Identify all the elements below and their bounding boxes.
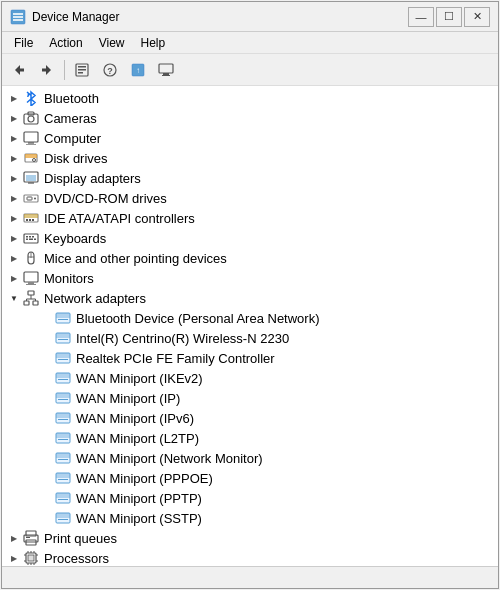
svg-rect-49 (24, 272, 38, 282)
tree-item-mice[interactable]: ▶ Mice and other pointing devices (2, 248, 498, 268)
properties-button[interactable] (69, 58, 95, 82)
window-controls: — ☐ ✕ (408, 7, 490, 27)
expand-arrow-computer[interactable]: ▶ (6, 130, 22, 146)
net-adapter-icon-8 (54, 470, 72, 486)
svg-rect-17 (163, 73, 169, 75)
svg-rect-33 (27, 197, 32, 200)
network-label: Network adapters (44, 291, 146, 306)
svg-rect-72 (56, 393, 70, 398)
net-adapter-icon-4 (54, 390, 72, 406)
tree-item-net-realtek[interactable]: Realtek PCIe FE Family Controller (2, 348, 498, 368)
tree-item-net-wan-pppoe[interactable]: WAN Miniport (PPPOE) (2, 468, 498, 488)
svg-rect-88 (58, 499, 68, 500)
svg-rect-30 (28, 182, 34, 184)
net-adapter-icon-10 (54, 510, 72, 526)
tree-item-cameras[interactable]: ▶ Cameras (2, 108, 498, 128)
cameras-label: Cameras (44, 111, 97, 126)
svg-rect-81 (56, 453, 70, 458)
camera-icon (22, 110, 40, 126)
svg-rect-5 (19, 68, 24, 71)
expand-arrow-display[interactable]: ▶ (6, 170, 22, 186)
menu-file[interactable]: File (6, 34, 41, 52)
svg-rect-36 (24, 214, 38, 218)
display-button[interactable] (153, 58, 179, 82)
net-bt-pan-label: Bluetooth Device (Personal Area Network) (76, 311, 320, 326)
tree-item-network[interactable]: ▼ Network adapters (2, 288, 498, 308)
expand-arrow-print[interactable]: ▶ (6, 530, 22, 546)
tree-item-net-bt-pan[interactable]: Bluetooth Device (Personal Area Network) (2, 308, 498, 328)
svg-rect-61 (58, 319, 68, 320)
tree-item-net-wan-netmon[interactable]: WAN Miniport (Network Monitor) (2, 448, 498, 468)
svg-rect-60 (56, 313, 70, 318)
svg-rect-63 (56, 333, 70, 338)
svg-rect-87 (56, 493, 70, 498)
menu-action[interactable]: Action (41, 34, 90, 52)
expand-arrow-network[interactable]: ▼ (6, 290, 22, 306)
content-area: ▶ ʼ Bluetooth ▶ (2, 86, 498, 566)
tree-item-net-intel[interactable]: Intel(R) Centrino(R) Wireless-N 2230 (2, 328, 498, 348)
tree-item-net-wan-sstp[interactable]: WAN Miniport (SSTP) (2, 508, 498, 528)
svg-rect-1 (13, 13, 23, 15)
expand-arrow-disk[interactable]: ▶ (6, 150, 22, 166)
tree-item-display[interactable]: ▶ Display adapters (2, 168, 498, 188)
svg-rect-82 (58, 459, 68, 460)
computer-icon (22, 130, 40, 146)
menu-view[interactable]: View (91, 34, 133, 52)
menu-help[interactable]: Help (133, 34, 174, 52)
minimize-button[interactable]: — (408, 7, 434, 27)
svg-rect-18 (162, 75, 170, 76)
status-bar (2, 566, 498, 588)
svg-rect-51 (26, 284, 36, 285)
tree-item-ide[interactable]: ▶ IDE ATA/ATAPI controllers (2, 208, 498, 228)
tree-item-bluetooth[interactable]: ▶ ʼ Bluetooth (2, 88, 498, 108)
expand-arrow-mice[interactable]: ▶ (6, 250, 22, 266)
svg-rect-84 (56, 473, 70, 478)
net-wan-ikev2-label: WAN Miniport (IKEv2) (76, 371, 203, 386)
update-button[interactable]: ↑ (125, 58, 151, 82)
tree-item-net-wan-ipv6[interactable]: WAN Miniport (IPv6) (2, 408, 498, 428)
expand-arrow-keyboards[interactable]: ▶ (6, 230, 22, 246)
net-wan-pptp-label: WAN Miniport (PPTP) (76, 491, 202, 506)
forward-button[interactable] (34, 58, 60, 82)
expand-arrow-monitors[interactable]: ▶ (6, 270, 22, 286)
svg-rect-37 (26, 219, 28, 221)
expand-arrow-dvd[interactable]: ▶ (6, 190, 22, 206)
net-adapter-icon-0 (54, 310, 72, 326)
svg-rect-73 (58, 399, 68, 400)
net-wan-netmon-label: WAN Miniport (Network Monitor) (76, 451, 263, 466)
device-tree[interactable]: ▶ ʼ Bluetooth ▶ (2, 86, 498, 566)
expand-arrow-processors[interactable]: ▶ (6, 550, 22, 566)
processors-label: Processors (44, 551, 109, 566)
tree-item-net-wan-ikev2[interactable]: WAN Miniport (IKEv2) (2, 368, 498, 388)
tree-item-net-wan-pptp[interactable]: WAN Miniport (PPTP) (2, 488, 498, 508)
net-wan-ip-label: WAN Miniport (IP) (76, 391, 180, 406)
close-button[interactable]: ✕ (464, 7, 490, 27)
maximize-button[interactable]: ☐ (436, 7, 462, 27)
display-icon (22, 170, 40, 186)
svg-rect-76 (58, 419, 68, 420)
title-bar: Device Manager — ☐ ✕ (2, 2, 498, 32)
svg-rect-79 (58, 439, 68, 440)
tree-item-dvd[interactable]: ▶ DVD/CD-ROM drives (2, 188, 498, 208)
tree-item-net-wan-l2tp[interactable]: WAN Miniport (L2TP) (2, 428, 498, 448)
svg-rect-90 (56, 513, 70, 518)
tree-item-net-wan-ip[interactable]: WAN Miniport (IP) (2, 388, 498, 408)
expand-arrow-bluetooth[interactable]: ▶ (6, 90, 22, 106)
back-button[interactable] (6, 58, 32, 82)
svg-rect-91 (58, 519, 68, 520)
svg-rect-39 (32, 219, 34, 221)
tree-item-processors[interactable]: ▶ (2, 548, 498, 566)
tree-item-print[interactable]: ▶ Print queues (2, 528, 498, 548)
tree-item-keyboards[interactable]: ▶ Keyboards (2, 228, 498, 248)
svg-text:?: ? (107, 66, 113, 76)
tree-item-monitors[interactable]: ▶ Monitors (2, 268, 498, 288)
svg-rect-31 (26, 175, 36, 181)
expand-arrow-cameras[interactable]: ▶ (6, 110, 22, 126)
svg-rect-67 (58, 359, 68, 360)
tree-item-disk[interactable]: ▶ Disk drives (2, 148, 498, 168)
tree-item-computer[interactable]: ▶ Computer (2, 128, 498, 148)
svg-text:↑: ↑ (136, 66, 140, 75)
help-button[interactable]: ? (97, 58, 123, 82)
net-intel-label: Intel(R) Centrino(R) Wireless-N 2230 (76, 331, 289, 346)
expand-arrow-ide[interactable]: ▶ (6, 210, 22, 226)
